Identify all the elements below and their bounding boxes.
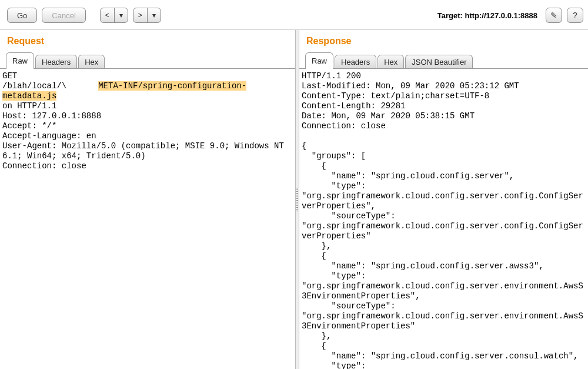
help-button[interactable]: ? xyxy=(567,8,583,23)
response-tabs: Raw Headers Hex JSON Beautifier xyxy=(299,52,588,69)
next-button[interactable]: > xyxy=(133,8,148,23)
response-panel: Response Raw Headers Hex JSON Beautifier… xyxy=(299,30,588,369)
target-label: Target: http://127.0.0.1:8888 xyxy=(437,11,537,20)
edit-target-button[interactable]: ✎ xyxy=(546,8,562,23)
pencil-icon: ✎ xyxy=(550,11,557,20)
tab-response-json[interactable]: JSON Beautifier xyxy=(405,55,473,69)
dropdown-icon: ▾ xyxy=(119,12,123,19)
tab-response-raw[interactable]: Raw xyxy=(305,52,333,69)
chevron-left-icon: < xyxy=(105,12,109,19)
go-button[interactable]: Go xyxy=(7,8,37,23)
tab-request-hex[interactable]: Hex xyxy=(78,55,105,69)
tab-request-raw[interactable]: Raw xyxy=(6,52,34,69)
request-body[interactable]: GET /blah/local/\META-INF/spring-configu… xyxy=(2,71,293,171)
toolbar: Go Cancel < ▾ > ▾ Target: http://127.0.0… xyxy=(0,0,588,29)
request-title: Request xyxy=(7,36,289,46)
next-button-group: > ▾ xyxy=(133,8,161,23)
splitter[interactable] xyxy=(295,30,299,369)
help-icon: ? xyxy=(573,11,577,20)
chevron-right-icon: > xyxy=(138,12,142,19)
tab-response-hex[interactable]: Hex xyxy=(377,55,404,69)
response-content[interactable]: HTTP/1.1 200 Last-Modified: Mon, 09 Mar … xyxy=(299,68,588,369)
tab-request-headers[interactable]: Headers xyxy=(35,55,77,69)
request-body-pre: GET /blah/local/\ xyxy=(2,71,66,91)
request-content[interactable]: GET /blah/local/\META-INF/spring-configu… xyxy=(0,68,295,369)
dropdown-icon: ▾ xyxy=(152,12,156,19)
target-value: http://127.0.0.1:8888 xyxy=(465,11,537,20)
response-body[interactable]: HTTP/1.1 200 Last-Modified: Mon, 09 Mar … xyxy=(302,71,586,369)
prev-button[interactable]: < xyxy=(100,8,115,23)
tab-response-headers[interactable]: Headers xyxy=(335,55,376,69)
request-tabs: Raw Headers Hex xyxy=(0,52,295,69)
cancel-button[interactable]: Cancel xyxy=(42,8,85,23)
response-title: Response xyxy=(306,36,582,46)
next-menu-button[interactable]: ▾ xyxy=(147,8,161,23)
main-panels: Request Raw Headers Hex GET /blah/local/… xyxy=(0,29,588,369)
request-body-post: on HTTP/1.1 Host: 127.0.0.1:8888 Accept:… xyxy=(2,101,289,171)
prev-menu-button[interactable]: ▾ xyxy=(114,8,128,23)
request-panel: Request Raw Headers Hex GET /blah/local/… xyxy=(0,30,295,369)
prev-button-group: < ▾ xyxy=(100,8,128,23)
target-prefix: Target: xyxy=(437,11,465,20)
